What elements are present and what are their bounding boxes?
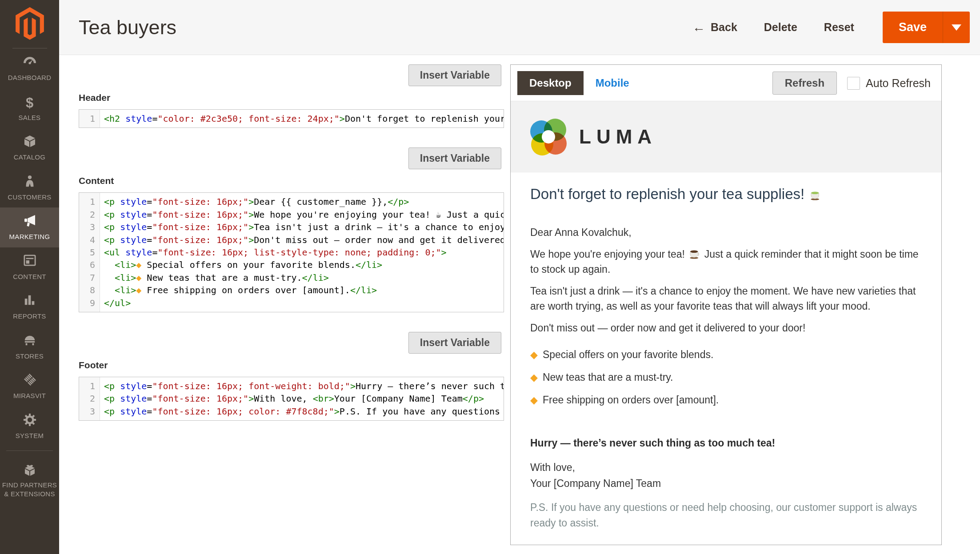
code-line: <li>◆ New teas that are a must-try.</li> — [104, 271, 504, 284]
sidebar-item-label: CUSTOMERS — [2, 193, 57, 202]
email-list-item: ◆New teas that are a must-try. — [530, 370, 924, 385]
sidebar-item-label: CATALOG — [2, 153, 57, 162]
code-line: </ul> — [104, 297, 504, 309]
sidebar-nav: DASHBOARD$SALESCATALOGCUSTOMERSMARKETING… — [0, 48, 59, 504]
diamond-icon: ◆ — [530, 372, 538, 383]
footer-insert-variable-row: Insert Variable — [79, 332, 504, 354]
sidebar-item-system[interactable]: SYSTEM — [0, 407, 59, 446]
save-dropdown-button[interactable] — [943, 12, 970, 43]
template-editor-column: Insert VariableHeader1<h2 style="color: … — [79, 64, 504, 554]
sidebar-item-marketing[interactable]: MARKETING — [0, 207, 59, 247]
diamond-icon: ◆ — [530, 395, 538, 406]
customers-icon — [2, 175, 57, 191]
sidebar-item-stores[interactable]: STORES — [0, 327, 59, 367]
preview-column: Desktop Mobile Refresh Auto Refresh LUMA — [510, 64, 942, 554]
marketing-icon — [2, 214, 57, 230]
find-partners-icon — [2, 462, 57, 478]
chevron-down-icon — [952, 24, 961, 31]
refresh-button[interactable]: Refresh — [772, 72, 837, 95]
auto-refresh-label: Auto Refresh — [866, 77, 931, 90]
code-line: <li>◆ Special offers on your favorite bl… — [104, 259, 504, 271]
save-button[interactable]: Save — [883, 12, 943, 43]
teacup-icon — [688, 248, 700, 259]
delete-button[interactable]: Delete — [764, 21, 797, 34]
content-insert-variable-row: Insert Variable — [79, 147, 504, 169]
code-line: <p style="font-size: 16px;">Tea isn't ju… — [104, 221, 504, 233]
sidebar-item-label: SYSTEM — [2, 431, 57, 440]
preview-toolbar: Desktop Mobile Refresh Auto Refresh — [511, 65, 941, 101]
header-code-editor[interactable]: 1<h2 style="color: #2c3e50; font-size: 2… — [79, 109, 504, 128]
diamond-icon: ◆ — [136, 259, 141, 270]
content-code-editor[interactable]: 123456789<p style="font-size: 16px;">Dea… — [79, 192, 504, 312]
auto-refresh-checkbox[interactable] — [847, 77, 860, 90]
email-urgency-line: Hurry — there’s never such thing as too … — [530, 435, 924, 450]
email-preview-body: Don't forget to replenish your tea suppl… — [511, 172, 941, 531]
reset-button[interactable]: Reset — [824, 21, 854, 34]
email-paragraph: Don't miss out — order now and get it de… — [530, 320, 924, 335]
sidebar-item-catalog[interactable]: CATALOG — [0, 128, 59, 168]
footer-section-label: Footer — [79, 360, 504, 371]
sidebar-item-sales[interactable]: $SALES — [0, 88, 59, 128]
sidebar-item-reports[interactable]: REPORTS — [0, 287, 59, 327]
tab-mobile[interactable]: Mobile — [596, 77, 629, 89]
sidebar-item-label: SALES — [2, 113, 57, 122]
reports-icon — [2, 294, 57, 310]
insert-variable-button-content[interactable]: Insert Variable — [408, 147, 501, 169]
back-arrow-icon: ← — [692, 20, 705, 35]
luma-logo-icon — [530, 119, 567, 155]
sidebar-item-find-partners[interactable]: FIND PARTNERS& EXTENSIONS — [0, 456, 59, 504]
code-line: <p style="font-size: 16px;">Dear {{ cust… — [104, 195, 504, 208]
luma-brand-text: LUMA — [579, 126, 657, 148]
template-preview-panel: Desktop Mobile Refresh Auto Refresh LUMA — [510, 64, 942, 545]
insert-variable-button-footer[interactable]: Insert Variable — [408, 332, 501, 354]
sidebar-item-customers[interactable]: CUSTOMERS — [0, 168, 59, 208]
header-code-lines: <h2 style="color: #2c3e50; font-size: 24… — [100, 110, 504, 128]
email-signoff: With love,Your [Company Name] Team — [530, 459, 924, 491]
tab-desktop[interactable]: Desktop — [517, 71, 584, 95]
magento-logo[interactable] — [0, 0, 59, 48]
code-line: <p style="font-size: 16px; color: #7f8c8… — [104, 405, 504, 418]
content-icon — [2, 254, 57, 270]
admin-sidebar: DASHBOARD$SALESCATALOGCUSTOMERSMARKETING… — [0, 0, 59, 554]
header-insert-variable-row: Insert Variable — [79, 64, 504, 86]
sidebar-item-label: STORES — [2, 352, 57, 361]
magento-logo-icon — [16, 7, 44, 40]
insert-variable-button-header[interactable]: Insert Variable — [408, 64, 501, 86]
diamond-icon: ◆ — [136, 272, 141, 283]
catalog-icon — [2, 135, 57, 151]
code-line: <li>◆ Free shipping on orders over [amou… — [104, 284, 504, 296]
sidebar-item-label: DASHBOARD — [2, 73, 57, 82]
email-paragraph: Dear Anna Kovalchuk, — [530, 225, 924, 240]
code-line: <p style="font-size: 16px;">With love, <… — [104, 392, 504, 405]
sidebar-item-label: REPORTS — [2, 312, 57, 321]
sidebar-item-label: FIND PARTNERS& EXTENSIONS — [2, 481, 57, 498]
email-ps-line: P.S. If you have any questions or need h… — [530, 500, 924, 531]
email-header-band: LUMA — [511, 101, 941, 172]
content-code-lines: <p style="font-size: 16px;">Dear {{ cust… — [100, 193, 504, 312]
email-list-item: ◆Special offers on your favorite blends. — [530, 347, 924, 363]
back-button[interactable]: ← Back — [692, 20, 737, 35]
sidebar-item-dashboard[interactable]: DASHBOARD — [0, 48, 59, 88]
teacup-icon: ☕ — [436, 209, 441, 220]
teacup-icon — [809, 190, 821, 200]
footer-code-editor[interactable]: 123<p style="font-size: 16px; font-weigh… — [79, 377, 504, 421]
main-content: Insert VariableHeader1<h2 style="color: … — [59, 55, 980, 554]
sidebar-item-label: MIRASVIT — [2, 391, 57, 400]
sidebar-item-mirasvit[interactable]: MIRASVIT — [0, 367, 59, 407]
back-label: Back — [711, 21, 737, 34]
mirasvit-icon — [2, 373, 57, 389]
sidebar-item-content[interactable]: CONTENT — [0, 247, 59, 287]
email-heading: Don't forget to replenish your tea suppl… — [530, 186, 924, 203]
page-header: Tea buyers ← Back Delete Reset Save — [59, 0, 980, 55]
code-line: <p style="font-size: 16px; font-weight: … — [104, 380, 504, 392]
line-number-gutter: 123 — [79, 377, 100, 420]
sidebar-divider — [6, 450, 53, 451]
email-list-item: ◆Free shipping on orders over [amount]. — [530, 392, 924, 408]
email-paragraph: We hope you're enjoying your tea! Just a… — [530, 247, 924, 277]
dashboard-icon — [2, 55, 57, 71]
code-line: <p style="font-size: 16px;">We hope you'… — [104, 208, 504, 221]
preview-toolbar-right: Refresh Auto Refresh — [772, 72, 931, 95]
diamond-icon: ◆ — [136, 285, 141, 295]
save-split-button: Save — [883, 12, 970, 43]
page-title: Tea buyers — [79, 16, 176, 39]
